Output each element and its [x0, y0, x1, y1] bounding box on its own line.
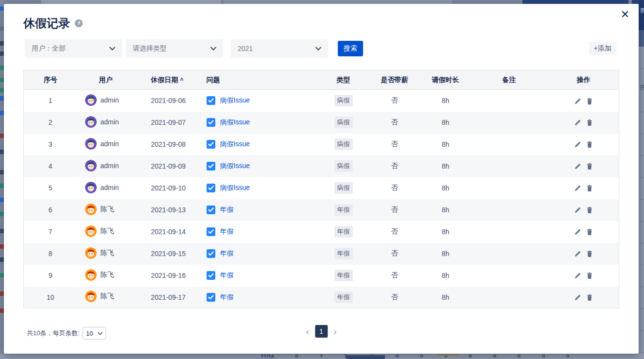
edit-icon[interactable] — [574, 163, 581, 170]
type-badge: 年假 — [334, 291, 353, 303]
edit-icon[interactable] — [574, 250, 581, 257]
issue-status-checkbox[interactable] — [207, 118, 215, 127]
issue-link[interactable]: 年假 — [220, 249, 234, 258]
year-filter-select[interactable]: 2021 — [231, 39, 328, 58]
bg-fragment — [639, 330, 644, 331]
edit-icon[interactable] — [574, 141, 581, 148]
bg-number-fragment: 0 — [566, 354, 569, 358]
issue-link[interactable]: 年假 — [220, 293, 234, 302]
type-filter-select[interactable]: 请选择类型 — [126, 39, 223, 58]
check-icon — [208, 120, 214, 125]
issue-link[interactable]: 病假Issue — [220, 162, 250, 171]
paid-cell: 否 — [368, 287, 421, 308]
issue-status-checkbox[interactable] — [207, 96, 215, 105]
issue-status-checkbox[interactable] — [207, 249, 215, 258]
user-cell: admin — [77, 134, 135, 155]
bg-text-fragment: 查 — [640, 7, 644, 15]
leave-records-table: 序号 用户 休假日期^ 问题 类型 是否带薪 请假时长 备注 操作 1 admi… — [23, 70, 619, 308]
help-icon[interactable]: ? — [75, 19, 83, 27]
bg-fragment — [0, 212, 4, 216]
duration-cell: 8h — [421, 221, 470, 243]
user-avatar — [85, 138, 97, 150]
current-page-button[interactable]: 1 — [315, 325, 328, 338]
index-cell: 4 — [24, 155, 77, 177]
issue-status-checkbox[interactable] — [207, 205, 215, 214]
user-cell: 陈飞 — [77, 265, 135, 287]
issue-link[interactable]: 年假 — [220, 205, 234, 214]
bg-fragment — [0, 6, 4, 11]
issue-link[interactable]: 病假Issue — [220, 118, 250, 127]
remark-cell — [470, 243, 549, 265]
remark-cell — [470, 287, 549, 308]
issue-link[interactable]: 病假Issue — [220, 96, 250, 105]
issue-link[interactable]: 病假Issue — [220, 184, 250, 192]
issue-status-checkbox[interactable] — [207, 162, 215, 171]
delete-icon[interactable] — [586, 98, 593, 105]
edit-icon[interactable] — [574, 98, 581, 105]
remark-cell — [470, 265, 549, 287]
bg-number-fragment: 0 — [493, 354, 496, 358]
col-header-actions: 操作 — [549, 70, 619, 90]
issue-cell: 病假Issue — [197, 155, 319, 177]
type-filter-value: 请选择类型 — [133, 44, 167, 53]
type-badge: 年假 — [334, 248, 353, 259]
delete-icon[interactable] — [586, 206, 593, 214]
duration-cell: 8h — [421, 177, 470, 199]
page-size-select[interactable]: 10 — [83, 327, 106, 340]
search-button[interactable]: 搜索 — [338, 41, 363, 56]
delete-icon[interactable] — [586, 163, 593, 170]
edit-icon[interactable] — [574, 272, 581, 279]
edit-icon[interactable] — [574, 119, 581, 126]
delete-icon[interactable] — [586, 294, 593, 301]
delete-icon[interactable] — [586, 185, 593, 192]
delete-icon[interactable] — [586, 272, 593, 279]
issue-status-checkbox[interactable] — [207, 227, 215, 236]
index-cell: 6 — [24, 199, 77, 221]
date-cell: 2021-09-07 — [135, 112, 197, 134]
close-icon[interactable]: ✕ — [618, 8, 632, 21]
add-button[interactable]: +添加 — [589, 42, 616, 55]
delete-icon[interactable] — [586, 250, 593, 257]
delete-icon[interactable] — [586, 228, 593, 236]
user-avatar — [85, 94, 97, 106]
type-cell: 病假 — [319, 112, 368, 134]
chevron-down-icon — [315, 47, 321, 51]
bg-fragment — [0, 96, 4, 101]
user-avatar — [85, 204, 97, 215]
user-filter-value: 用户：全部 — [32, 44, 66, 53]
issue-status-checkbox[interactable] — [207, 184, 215, 192]
prev-page-button[interactable]: ‹ — [306, 325, 309, 338]
user-avatar — [85, 269, 97, 281]
issue-status-checkbox[interactable] — [207, 293, 215, 302]
next-page-button[interactable]: › — [333, 325, 337, 338]
bg-number-fragment: 27/24 — [261, 354, 274, 358]
user-avatar — [85, 116, 97, 128]
edit-icon[interactable] — [574, 294, 581, 301]
user-name: admin — [101, 118, 119, 126]
date-cell: 2021-09-17 — [135, 287, 197, 308]
edit-icon[interactable] — [574, 228, 581, 236]
duration-cell: 8h — [421, 199, 470, 221]
type-cell: 年假 — [319, 199, 368, 221]
leave-records-dialog: ✕ 休假记录 ? 用户：全部 请选择类型 2021 搜索 +添加 序号 用户 — [4, 4, 639, 354]
issue-link[interactable]: 年假 — [220, 227, 234, 236]
duration-cell: 8h — [421, 90, 470, 112]
delete-icon[interactable] — [586, 119, 593, 126]
issue-cell: 年假 — [197, 199, 319, 221]
bg-fragment — [0, 150, 4, 154]
delete-icon[interactable] — [586, 141, 593, 148]
issue-link[interactable]: 年假 — [220, 271, 234, 280]
bg-table-row-fragment: 27/240774000000000 — [261, 354, 569, 358]
col-header-date[interactable]: 休假日期^ — [135, 70, 197, 90]
issue-link[interactable]: 病假Issue — [220, 140, 250, 149]
user-name: 陈飞 — [101, 227, 114, 236]
edit-icon[interactable] — [574, 185, 581, 192]
issue-status-checkbox[interactable] — [207, 271, 215, 280]
edit-icon[interactable] — [574, 206, 581, 214]
check-icon — [208, 98, 214, 103]
bg-fragment — [0, 291, 4, 296]
check-icon — [208, 142, 214, 147]
issue-status-checkbox[interactable] — [207, 140, 215, 149]
check-icon — [208, 251, 214, 256]
user-filter-select[interactable]: 用户：全部 — [25, 39, 122, 58]
